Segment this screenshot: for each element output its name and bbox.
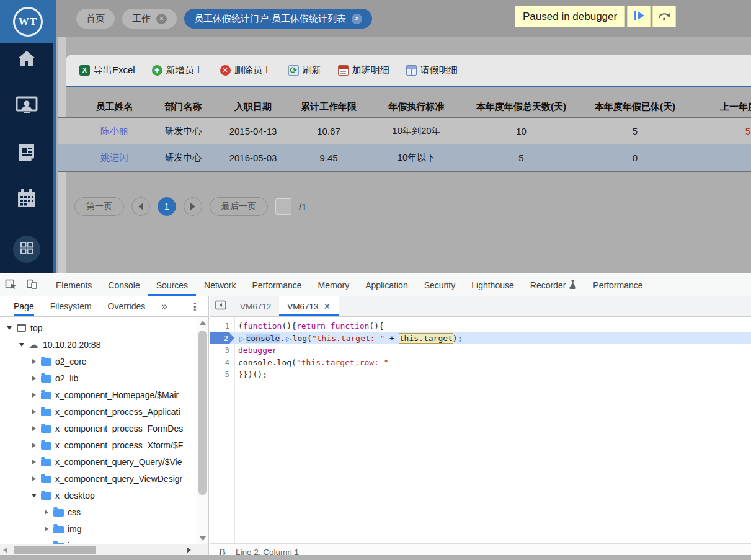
- close-icon[interactable]: ×: [352, 14, 362, 24]
- tree-item-x-component-homepage--mair[interactable]: x_component_Homepage/$Mair: [0, 386, 197, 403]
- tree-item-x-component-query-viewdesigr[interactable]: x_component_query_ViewDesigr: [0, 470, 197, 487]
- column-header[interactable]: 员工姓名: [58, 96, 149, 117]
- close-icon[interactable]: ×: [156, 14, 167, 24]
- sidebar-item-user-monitor[interactable]: [15, 96, 38, 117]
- chevron-right-icon[interactable]: [30, 460, 38, 464]
- step-over-button[interactable]: [652, 6, 676, 27]
- sidebar-item-apps[interactable]: [13, 236, 40, 263]
- tree-item-x-component-process-formdes[interactable]: x_component_process_FormDes: [0, 420, 197, 437]
- chevron-right-icon[interactable]: [42, 510, 51, 515]
- tree-item-x-component-process-applicati[interactable]: x_component_process_Applicati: [0, 403, 197, 420]
- tree-item-js[interactable]: js: [0, 537, 197, 544]
- sidebar-item-home[interactable]: [15, 50, 38, 71]
- sidebar-item-news[interactable]: [15, 143, 38, 164]
- line-number[interactable]: 3: [210, 344, 234, 357]
- chevron-right-icon[interactable]: [30, 476, 38, 481]
- toolbar-button-excel[interactable]: X导出Excel: [79, 64, 135, 76]
- line-number[interactable]: 2: [210, 332, 234, 345]
- toolbar-button-refresh[interactable]: ⟳刷新: [288, 64, 321, 76]
- scroll-up-icon[interactable]: [200, 321, 206, 325]
- tree-item-10-10-20-20-88[interactable]: ☁10.10.20.20:88: [0, 336, 197, 353]
- execution-line[interactable]: 2▷console.▷log("this.target: " + this.ta…: [210, 332, 751, 345]
- first-page-button[interactable]: 第一页: [74, 197, 124, 216]
- tree-item-o2-core[interactable]: o2_core: [0, 353, 197, 370]
- devtools-tab-sources[interactable]: Sources: [148, 274, 196, 296]
- tree-item-x-component-query-query--vie[interactable]: x_component_query_Query/$Vie: [0, 453, 197, 470]
- column-header[interactable]: 累计工作年限: [289, 96, 368, 117]
- more-options-icon[interactable]: ⋮: [190, 296, 200, 316]
- column-header[interactable]: 入职日期: [217, 96, 289, 117]
- line-number[interactable]: 1: [210, 320, 234, 332]
- tree-item-css[interactable]: css: [0, 504, 197, 520]
- chevron-right-icon[interactable]: [30, 443, 38, 448]
- page-number-input[interactable]: [275, 198, 291, 215]
- toolbar-button-delete[interactable]: ✕删除员工: [220, 64, 272, 76]
- chevron-right-icon[interactable]: [30, 426, 38, 431]
- scrollbar-thumb[interactable]: [14, 546, 96, 554]
- editor-tab-vm6713[interactable]: VM6713✕: [279, 296, 339, 316]
- toggle-device-toolbar-button[interactable]: [21, 274, 42, 296]
- devtools-tab-console[interactable]: Console: [100, 274, 148, 296]
- table-row-selected[interactable]: 姚进闪研发中心2016-05-039.4510年以下50: [58, 144, 751, 172]
- tree-item-x-component-process-xform--f[interactable]: x_component_process_Xform/$F: [0, 437, 197, 453]
- prev-page-button[interactable]: [131, 197, 150, 216]
- nav-tab[interactable]: 工作×: [122, 9, 177, 29]
- panel-tab-filesystem[interactable]: Filesystem: [50, 296, 92, 316]
- chevron-right-icon[interactable]: [30, 393, 38, 398]
- chevron-right-icon[interactable]: [30, 376, 38, 381]
- code-editor[interactable]: 1(function(){return function(){2▷console…: [210, 317, 751, 543]
- inline-step-marker-icon[interactable]: ▷: [285, 335, 292, 343]
- tree-vertical-scrollbar[interactable]: [197, 317, 208, 544]
- code-line[interactable]: 4console.log("this.target.row: ": [210, 357, 751, 369]
- code-line[interactable]: 1(function(){return function(){: [210, 320, 751, 332]
- column-header[interactable]: 本年度年假总天数(天): [464, 96, 578, 117]
- toolbar-button-add[interactable]: +新增员工: [152, 64, 203, 76]
- more-tabs-icon[interactable]: »: [161, 296, 167, 316]
- inline-step-marker-icon[interactable]: ▷: [238, 335, 246, 343]
- resume-script-button[interactable]: [627, 6, 651, 27]
- devtools-tab-recorder[interactable]: Recorder: [522, 274, 585, 296]
- column-header[interactable]: 年假执行标准: [368, 96, 464, 117]
- chevron-down-icon[interactable]: [17, 343, 26, 347]
- tree-horizontal-scrollbar[interactable]: [0, 544, 208, 555]
- employee-name-link[interactable]: 陈小丽: [58, 118, 149, 144]
- line-number[interactable]: 5: [210, 368, 234, 381]
- chevron-right-icon[interactable]: [30, 359, 38, 364]
- chevron-down-icon[interactable]: [5, 326, 14, 330]
- panel-tab-page[interactable]: Page: [14, 296, 34, 316]
- code-line[interactable]: 5}})();: [210, 368, 751, 381]
- devtools-tab-security[interactable]: Security: [416, 274, 464, 296]
- scroll-down-icon[interactable]: [200, 536, 206, 541]
- chevron-right-icon[interactable]: [30, 409, 38, 414]
- editor-tab-vm6712[interactable]: VM6712: [232, 296, 279, 316]
- column-header[interactable]: 本年度年假已休(天): [578, 96, 692, 117]
- devtools-tab-performance[interactable]: Performance: [585, 274, 651, 296]
- current-page-badge[interactable]: 1: [158, 197, 176, 216]
- toolbar-button-cal[interactable]: 加班明细: [338, 64, 389, 76]
- line-number[interactable]: 4: [210, 357, 234, 369]
- nav-tab[interactable]: 员工休假统计门户-员工休假统计列表×: [184, 9, 372, 29]
- tree-item-x-desktop[interactable]: x_desktop: [0, 487, 197, 504]
- column-header[interactable]: 上一年度年假: [692, 96, 751, 117]
- close-icon[interactable]: ✕: [324, 301, 331, 311]
- devtools-tab-application[interactable]: Application: [357, 274, 416, 296]
- scroll-left-icon[interactable]: [3, 547, 7, 553]
- hide-navigator-button[interactable]: [210, 296, 232, 316]
- code-line[interactable]: 3debugger: [210, 344, 751, 357]
- sidebar-item-calendar[interactable]: [15, 189, 38, 210]
- nav-tab[interactable]: 首页: [76, 9, 115, 29]
- tree-item-img[interactable]: img: [0, 520, 197, 537]
- devtools-tab-performance[interactable]: Performance: [244, 274, 309, 296]
- devtools-tab-lighthouse[interactable]: Lighthouse: [463, 274, 522, 296]
- tree-item-top[interactable]: top: [0, 319, 197, 336]
- toolbar-button-tablei[interactable]: 请假明细: [406, 64, 458, 76]
- last-page-button[interactable]: 最后一页: [210, 197, 268, 216]
- devtools-tab-network[interactable]: Network: [196, 274, 244, 296]
- table-row[interactable]: 陈小丽研发中心2015-04-1310.6710年到20年1055: [58, 117, 751, 144]
- devtools-tab-elements[interactable]: Elements: [48, 274, 100, 296]
- scrollbar-thumb[interactable]: [198, 331, 207, 495]
- scroll-right-icon[interactable]: [187, 547, 191, 553]
- next-page-button[interactable]: [184, 197, 202, 216]
- tree-item-o2-lib[interactable]: o2_lib: [0, 370, 197, 386]
- inspect-element-button[interactable]: [0, 274, 21, 296]
